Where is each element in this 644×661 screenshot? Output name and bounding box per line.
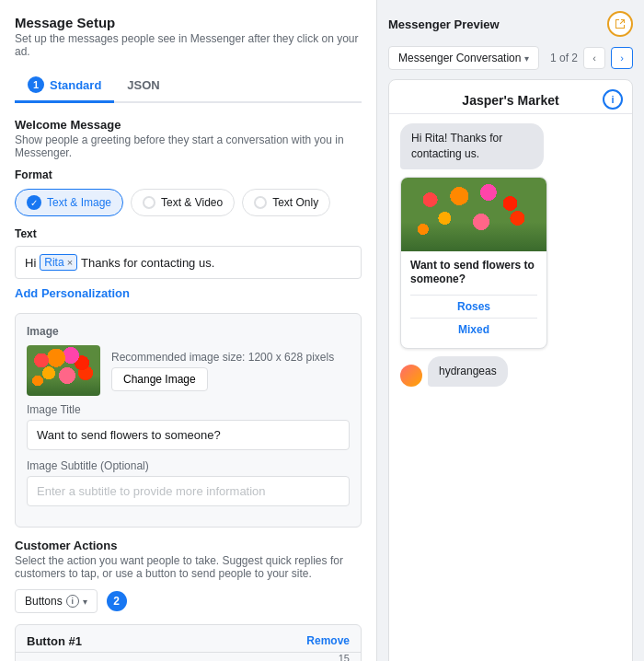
message-hydrangeas: hydrangeas xyxy=(428,356,508,387)
avatar-reply-row: hydrangeas xyxy=(400,356,621,387)
text-prefix: Hi xyxy=(25,256,36,270)
preview-header: Messenger Preview xyxy=(388,11,633,37)
format-text-video[interactable]: Text & Video xyxy=(131,189,235,216)
image-card-title: Want to send flowers to someone? xyxy=(410,259,537,287)
conversation-dropdown[interactable]: Messenger Conversation ▾ xyxy=(388,46,539,70)
text-field[interactable]: Hi Rita × Thanks for contacting us. xyxy=(15,246,362,279)
add-personalization[interactable]: Add Personalization xyxy=(15,286,362,300)
preview-title: Messenger Preview xyxy=(388,17,500,31)
image-subtitle-label: Image Subtitle (Optional) xyxy=(27,459,350,472)
external-link-icon xyxy=(614,17,627,30)
buttons-dropdown[interactable]: Buttons i ▾ xyxy=(15,589,98,613)
format-options: ✓ Text & Image Text & Video Text Only xyxy=(15,189,362,216)
left-panel: Message Setup Set up the messages people… xyxy=(0,0,377,661)
image-title-label: Image Title xyxy=(27,403,350,416)
image-title-group: Image Title xyxy=(27,403,350,450)
preview-controls: Messenger Conversation ▾ 1 of 2 ‹ › xyxy=(388,46,633,70)
remove-button[interactable]: Remove xyxy=(306,634,350,647)
chat-store-name: Jasper's Market xyxy=(389,80,632,114)
info-icon: i xyxy=(66,595,79,608)
quick-reply-roses[interactable]: Roses xyxy=(410,295,537,318)
right-panel: Messenger Preview Messenger Conversation… xyxy=(377,0,644,661)
radio-circle-video xyxy=(143,196,155,209)
page-title: Message Setup xyxy=(15,15,362,30)
page-subtitle: Set up the messages people see in Messen… xyxy=(15,32,362,58)
flower-image xyxy=(27,345,100,396)
chat-avatar xyxy=(400,365,422,387)
format-text-only[interactable]: Text Only xyxy=(242,189,330,216)
tab-number: 1 xyxy=(28,76,44,93)
button1-title: Button #1 xyxy=(27,634,82,648)
welcome-desc: Show people a greeting before they start… xyxy=(15,133,362,159)
image-card-body: Want to send flowers to someone? Roses M… xyxy=(401,251,546,348)
image-title-input[interactable] xyxy=(27,420,350,450)
token-close[interactable]: × xyxy=(67,257,73,268)
chat-info-button[interactable]: i xyxy=(603,89,623,110)
change-image-button[interactable]: Change Image xyxy=(111,367,208,391)
image-section: Image Recommended image size: 1200 x 628… xyxy=(15,313,362,528)
preview-icon-button[interactable] xyxy=(607,11,633,37)
image-row: Recommended image size: 1200 x 628 pixel… xyxy=(27,345,350,396)
tab-json[interactable]: JSON xyxy=(114,69,172,103)
format-label: Format xyxy=(15,168,362,181)
token-tag: Rita × xyxy=(40,254,77,271)
welcome-title: Welcome Message xyxy=(15,118,362,132)
text-label: Text xyxy=(15,227,362,240)
chat-messages: Hi Rita! Thanks for contacting us. Want … xyxy=(389,114,632,661)
next-page-button[interactable]: › xyxy=(611,47,633,69)
image-label: Image xyxy=(27,325,350,338)
checkmark-icon: ✓ xyxy=(27,195,41,210)
prev-page-button[interactable]: ‹ xyxy=(583,47,605,69)
button-card-header: Button #1 Remove xyxy=(16,625,361,653)
count-badge: 2 xyxy=(107,591,127,611)
image-card-image xyxy=(401,178,546,251)
ca-desc: Select the action you want people to tak… xyxy=(15,554,362,580)
customer-actions: Customer Actions Select the action you w… xyxy=(15,539,362,661)
quick-reply-mixed[interactable]: Mixed xyxy=(410,318,537,341)
format-text-image[interactable]: ✓ Text & Image xyxy=(15,189,123,216)
chevron-down-icon-conv: ▾ xyxy=(524,53,529,64)
char-count: 15 xyxy=(16,653,361,661)
tab-standard[interactable]: 1 Standard xyxy=(15,69,114,103)
chevron-down-icon: ▾ xyxy=(83,597,87,607)
ca-controls: Buttons i ▾ 2 xyxy=(15,589,362,613)
message-1: Hi Rita! Thanks for contacting us. xyxy=(400,123,544,169)
image-meta: Recommended image size: 1200 x 628 pixel… xyxy=(111,351,334,391)
image-subtitle-group: Image Subtitle (Optional) xyxy=(27,459,350,506)
image-recommended-size: Recommended image size: 1200 x 628 pixel… xyxy=(111,351,334,364)
image-card-message: Want to send flowers to someone? Roses M… xyxy=(400,177,547,349)
page-nav: 1 of 2 ‹ › xyxy=(550,47,633,69)
chat-window: i Jasper's Market Hi Rita! Thanks for co… xyxy=(388,79,633,661)
image-thumbnail xyxy=(27,345,100,396)
radio-circle-text xyxy=(254,196,267,209)
button-card-1: Button #1 Remove 15 Label Action Open a … xyxy=(15,624,362,661)
image-subtitle-input[interactable] xyxy=(27,476,350,506)
tabs: 1 Standard JSON xyxy=(15,69,362,103)
ca-title: Customer Actions xyxy=(15,539,362,552)
text-suffix: Thanks for contacting us. xyxy=(81,256,214,270)
